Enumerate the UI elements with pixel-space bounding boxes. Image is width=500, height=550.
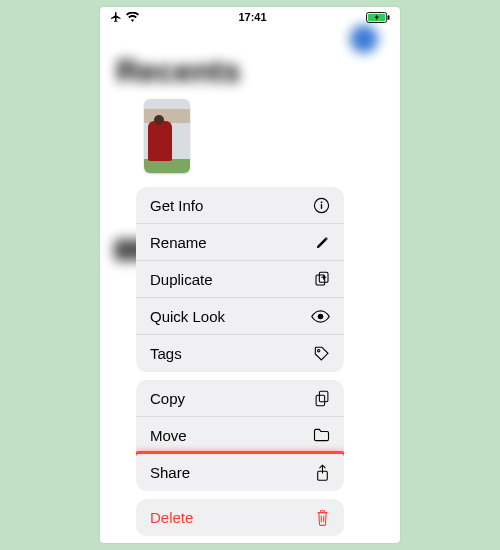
menu-group-1: Get Info Rename Duplicate Quick Look bbox=[136, 187, 344, 372]
svg-rect-1 bbox=[388, 15, 390, 20]
menu-item-label: Delete bbox=[150, 509, 193, 526]
svg-rect-5 bbox=[321, 204, 322, 209]
status-bar: 17:41 bbox=[100, 7, 400, 25]
menu-item-label: Tags bbox=[150, 345, 182, 362]
trash-icon bbox=[315, 509, 330, 526]
pencil-icon bbox=[315, 235, 330, 250]
duplicate-icon bbox=[314, 271, 330, 287]
copy-icon bbox=[314, 390, 330, 407]
menu-item-share[interactable]: Share bbox=[136, 454, 344, 491]
menu-item-label: Get Info bbox=[150, 197, 203, 214]
menu-item-label: Copy bbox=[150, 390, 185, 407]
wifi-icon bbox=[126, 12, 139, 22]
menu-item-label: Duplicate bbox=[150, 271, 213, 288]
menu-group-2: Copy Move Share bbox=[136, 380, 344, 491]
menu-item-label: Rename bbox=[150, 234, 207, 251]
tag-icon bbox=[314, 346, 330, 362]
menu-item-quicklook[interactable]: Quick Look bbox=[136, 298, 344, 335]
status-time: 17:41 bbox=[139, 11, 366, 23]
battery-charging-icon bbox=[366, 12, 390, 23]
menu-item-copy[interactable]: Copy bbox=[136, 380, 344, 417]
folder-icon bbox=[313, 428, 330, 442]
file-thumbnail[interactable] bbox=[144, 99, 190, 173]
menu-item-rename[interactable]: Rename bbox=[136, 224, 344, 261]
avatar bbox=[350, 25, 378, 53]
share-icon bbox=[315, 464, 330, 482]
menu-item-label: Quick Look bbox=[150, 308, 225, 325]
context-menu: Get Info Rename Duplicate Quick Look bbox=[136, 187, 344, 543]
menu-item-label: Share bbox=[150, 464, 190, 481]
svg-rect-11 bbox=[319, 391, 328, 401]
svg-point-8 bbox=[318, 313, 324, 319]
menu-item-label: Move bbox=[150, 427, 187, 444]
airplane-mode-icon bbox=[110, 11, 122, 23]
svg-rect-10 bbox=[316, 395, 325, 405]
svg-point-4 bbox=[321, 201, 323, 203]
recents-title: Recents bbox=[116, 53, 241, 90]
menu-item-move[interactable]: Move bbox=[136, 417, 344, 454]
menu-item-duplicate[interactable]: Duplicate bbox=[136, 261, 344, 298]
menu-group-3: Delete bbox=[136, 499, 344, 536]
menu-item-delete[interactable]: Delete bbox=[136, 499, 344, 536]
menu-item-getinfo[interactable]: Get Info bbox=[136, 187, 344, 224]
svg-point-9 bbox=[317, 349, 319, 351]
eye-icon bbox=[311, 310, 330, 323]
phone-screen: Recents 17:41 bbox=[100, 7, 400, 543]
menu-item-tags[interactable]: Tags bbox=[136, 335, 344, 372]
info-icon bbox=[313, 197, 330, 214]
